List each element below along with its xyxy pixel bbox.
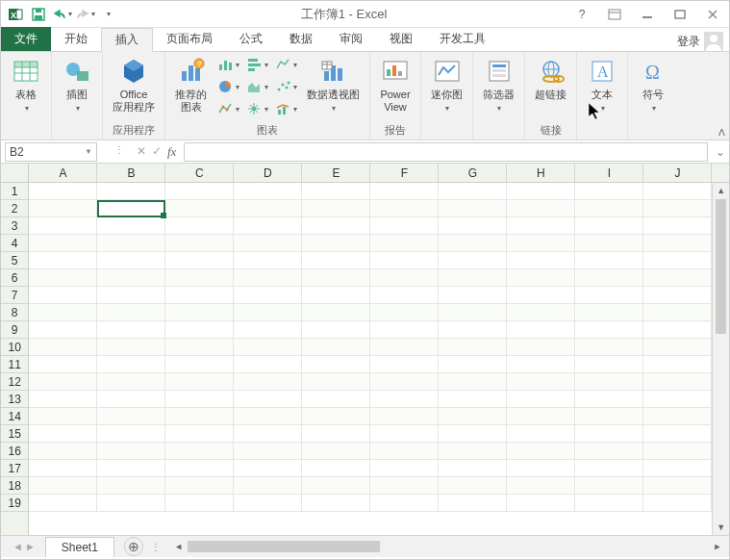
cell[interactable] <box>234 252 302 269</box>
cell[interactable] <box>165 235 234 252</box>
cell[interactable] <box>97 339 165 356</box>
cell[interactable] <box>439 287 507 304</box>
cell[interactable] <box>165 304 234 321</box>
cell[interactable] <box>575 269 643 287</box>
cell[interactable] <box>643 287 712 304</box>
scroll-left-icon[interactable]: ◄ <box>171 542 187 551</box>
cell[interactable] <box>302 477 370 495</box>
cell[interactable] <box>234 495 302 512</box>
cell[interactable] <box>370 269 439 287</box>
cell[interactable] <box>97 200 165 217</box>
col-header[interactable]: H <box>507 164 575 182</box>
tab-insert[interactable]: 插入 <box>101 28 153 52</box>
cell[interactable] <box>97 252 165 269</box>
cell[interactable] <box>439 304 507 321</box>
cell[interactable] <box>507 235 575 252</box>
scroll-right-icon[interactable]: ► <box>710 542 725 551</box>
cell[interactable] <box>643 183 712 200</box>
cell[interactable] <box>507 408 575 425</box>
row-header[interactable]: 16 <box>1 443 28 460</box>
row-headers[interactable]: 12345678910111213141516171819 <box>1 183 29 535</box>
cell[interactable] <box>29 200 97 217</box>
cell[interactable] <box>507 460 575 477</box>
cell[interactable] <box>507 287 575 304</box>
row-header[interactable]: 15 <box>1 425 28 443</box>
cell[interactable] <box>643 235 712 252</box>
cell[interactable] <box>165 287 234 304</box>
cell[interactable] <box>302 304 370 321</box>
formula-input[interactable] <box>184 142 708 162</box>
cell[interactable] <box>575 495 643 512</box>
cell-grid[interactable] <box>29 183 712 535</box>
cell[interactable] <box>370 356 439 373</box>
sheet-next-icon[interactable]: ► <box>25 541 36 552</box>
scroll-thumb[interactable] <box>716 199 726 334</box>
cell[interactable] <box>439 321 507 339</box>
cell[interactable] <box>643 495 712 512</box>
cell[interactable] <box>302 183 370 200</box>
cell[interactable] <box>575 304 643 321</box>
row-header[interactable]: 17 <box>1 460 28 477</box>
cell[interactable] <box>439 391 507 408</box>
col-header[interactable]: C <box>165 164 234 182</box>
cell[interactable] <box>370 304 439 321</box>
tab-dev[interactable]: 开发工具 <box>426 27 499 51</box>
cell[interactable] <box>302 200 370 217</box>
cell[interactable] <box>234 339 302 356</box>
cell[interactable] <box>234 321 302 339</box>
cell[interactable] <box>575 183 643 200</box>
cell[interactable] <box>370 287 439 304</box>
hyperlink-button[interactable]: 超链接 <box>529 54 572 103</box>
cell[interactable] <box>97 460 165 477</box>
col-header[interactable]: J <box>643 164 712 182</box>
cell[interactable] <box>575 356 643 373</box>
cell[interactable] <box>507 321 575 339</box>
sheet-tab[interactable]: Sheet1 <box>45 537 114 557</box>
office-apps-button[interactable]: Office 应用程序 <box>107 54 161 115</box>
cell[interactable] <box>234 391 302 408</box>
cell[interactable] <box>165 477 234 495</box>
cell[interactable] <box>302 269 370 287</box>
combo-chart-button[interactable]: ▾ <box>272 98 299 119</box>
col-header[interactable]: I <box>575 164 643 182</box>
cell[interactable] <box>302 321 370 339</box>
cell[interactable] <box>507 425 575 443</box>
cell[interactable] <box>575 460 643 477</box>
row-header[interactable]: 8 <box>1 304 28 321</box>
cell[interactable] <box>29 443 97 460</box>
cell[interactable] <box>29 425 97 443</box>
cell[interactable] <box>234 408 302 425</box>
collapse-ribbon-icon[interactable]: ᐱ <box>718 127 725 138</box>
cell[interactable] <box>165 183 234 200</box>
cell[interactable] <box>575 252 643 269</box>
cell[interactable] <box>302 287 370 304</box>
tables-button[interactable]: 表格▾ <box>5 54 47 116</box>
cell[interactable] <box>165 269 234 287</box>
cell[interactable] <box>97 356 165 373</box>
cell[interactable] <box>165 339 234 356</box>
cell[interactable] <box>643 217 712 235</box>
select-all-corner[interactable] <box>1 164 29 183</box>
cell[interactable] <box>165 443 234 460</box>
cell[interactable] <box>439 183 507 200</box>
row-header[interactable]: 1 <box>1 183 28 200</box>
hscroll-thumb[interactable] <box>188 541 380 552</box>
row-header[interactable]: 10 <box>1 339 28 356</box>
col-header[interactable]: B <box>97 164 165 182</box>
cell[interactable] <box>97 443 165 460</box>
cell[interactable] <box>439 408 507 425</box>
cell[interactable] <box>643 356 712 373</box>
cell[interactable] <box>507 217 575 235</box>
user-icon[interactable] <box>704 32 723 51</box>
cell[interactable] <box>234 443 302 460</box>
name-box[interactable]: B2▼ <box>5 142 97 162</box>
cell[interactable] <box>302 339 370 356</box>
tab-split-handle[interactable]: ⋮ <box>145 542 167 552</box>
cell[interactable] <box>507 356 575 373</box>
login-link[interactable]: 登录 <box>677 34 700 50</box>
cell[interactable] <box>507 339 575 356</box>
cell[interactable] <box>165 252 234 269</box>
cell[interactable] <box>575 373 643 391</box>
tab-home[interactable]: 开始 <box>51 27 101 51</box>
cell[interactable] <box>29 460 97 477</box>
